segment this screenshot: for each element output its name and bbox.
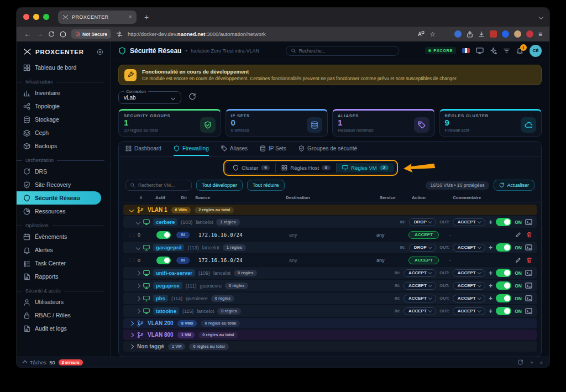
download-icon[interactable] bbox=[478, 31, 485, 38]
shield-badge-icon[interactable] bbox=[60, 31, 66, 38]
translate-icon[interactable] bbox=[417, 30, 424, 38]
add-rule-button[interactable]: + bbox=[489, 295, 492, 302]
add-rule-button[interactable]: + bbox=[489, 244, 492, 252]
vlan-group-row[interactable]: VLAN 800 1 VM 0 règles au total bbox=[123, 330, 537, 340]
global-search[interactable] bbox=[286, 46, 399, 56]
sidebar-item-rbac[interactable]: RBAC / Rôles bbox=[17, 309, 110, 322]
chevron-down-icon[interactable] bbox=[136, 219, 140, 224]
chevron-right-icon[interactable] bbox=[129, 321, 134, 325]
tab-ip-sets[interactable]: IP Sets bbox=[260, 142, 286, 156]
sidebar-item-utilisateurs[interactable]: Utilisateurs bbox=[17, 295, 110, 309]
sidebar-item-ceph[interactable]: Ceph bbox=[17, 126, 110, 139]
close-window-button[interactable] bbox=[23, 14, 29, 20]
split-view-icon[interactable] bbox=[116, 31, 123, 38]
policy-out-select[interactable]: ACCEPT bbox=[453, 282, 485, 290]
refresh-button[interactable]: Actualiser bbox=[494, 180, 534, 191]
firewall-toggle[interactable] bbox=[496, 269, 511, 277]
display-icon[interactable] bbox=[476, 47, 484, 55]
tab-aliases[interactable]: Aliases bbox=[221, 142, 248, 156]
sidebar-item-evenements[interactable]: Évènements bbox=[17, 230, 110, 243]
expand-all-button[interactable]: Tout développer bbox=[196, 180, 243, 191]
rule-enabled-toggle[interactable] bbox=[156, 257, 171, 264]
sidebar-item-inventaire[interactable]: Inventaire bbox=[17, 86, 110, 100]
drag-handle-icon[interactable]: ⋮⋮ bbox=[128, 232, 138, 237]
untagged-group-row[interactable]: Non taggé 1 VM 0 règles au total bbox=[123, 341, 537, 352]
chevron-down-icon[interactable] bbox=[136, 245, 140, 249]
rule-row[interactable]: ⋮⋮ 0 IN 172.16.16.0/24 any any ACCEPT - bbox=[123, 229, 537, 241]
vm-row[interactable]: unifi-os-server (109) lancelot 0 règles … bbox=[123, 267, 537, 279]
add-icon[interactable]: + bbox=[530, 360, 533, 365]
extension-blocker-icon[interactable] bbox=[526, 30, 533, 38]
not-secure-chip[interactable]: Not Secure bbox=[71, 29, 111, 39]
sidebar-item-topologie[interactable]: Topologie bbox=[17, 100, 110, 113]
drag-handle-icon[interactable]: ⋮⋮ bbox=[128, 258, 138, 263]
tab-overflow-icon[interactable] bbox=[539, 14, 543, 19]
policy-in-select[interactable]: DROP bbox=[409, 218, 437, 226]
extension-adguard-icon[interactable] bbox=[490, 30, 497, 38]
tab-firewalling[interactable]: Firewalling bbox=[174, 142, 209, 156]
sidebar-item-dashboard[interactable]: Tableau de bord bbox=[17, 61, 110, 74]
chevron-right-icon[interactable] bbox=[129, 344, 134, 348]
edit-pencil-icon[interactable] bbox=[515, 232, 521, 238]
sidebar-item-securite-reseau[interactable]: Sécurité Réseau bbox=[17, 191, 101, 205]
tab-dashboard[interactable]: Dashboard bbox=[125, 142, 161, 156]
vm-row[interactable]: pbs (114) guenievre 0 règles IN: ACCEPT … bbox=[123, 292, 537, 304]
reload-button[interactable] bbox=[48, 31, 55, 38]
sparkles-icon[interactable] bbox=[490, 47, 497, 54]
chevron-up-icon[interactable] bbox=[23, 360, 27, 364]
rule-row[interactable]: ⋮⋮ 0 IN 172.16.16.0/24 any any ACCEPT - bbox=[123, 254, 537, 266]
sidebar-collapse-icon[interactable] bbox=[97, 49, 103, 55]
user-avatar[interactable]: CÉ bbox=[530, 45, 542, 57]
rule-enabled-toggle[interactable] bbox=[156, 231, 171, 239]
sidebar-item-rapports[interactable]: Rapports bbox=[17, 270, 110, 283]
console-icon[interactable] bbox=[525, 307, 532, 315]
sidebar-item-site-recovery[interactable]: Site Recovery bbox=[17, 178, 110, 191]
notifications-button[interactable]: 1 bbox=[516, 47, 523, 54]
vm-row[interactable]: tatooine (115) lancelot 0 règles IN: ACC… bbox=[123, 305, 537, 317]
browser-menu-icon[interactable]: ≡ bbox=[538, 30, 542, 38]
firewall-toggle[interactable] bbox=[496, 294, 511, 302]
console-icon[interactable] bbox=[525, 295, 532, 302]
refresh-tasks-icon[interactable] bbox=[517, 359, 523, 365]
delete-trash-icon[interactable] bbox=[526, 232, 532, 238]
tab-groupes-securite[interactable]: Groupes de sécurité bbox=[298, 142, 357, 156]
add-rule-button[interactable]: + bbox=[489, 269, 492, 277]
new-tab-button[interactable]: + bbox=[144, 13, 149, 22]
connection-select[interactable]: Connexion vLab bbox=[118, 89, 181, 104]
sidebar-item-alertes[interactable]: Alertes bbox=[17, 243, 110, 257]
policy-in-select[interactable]: ACCEPT bbox=[403, 282, 436, 290]
chevron-right-icon[interactable] bbox=[136, 296, 140, 300]
add-rule-button[interactable]: + bbox=[489, 218, 492, 226]
edit-pencil-icon[interactable] bbox=[515, 257, 521, 263]
vm-search[interactable] bbox=[125, 180, 192, 191]
activity-list-icon[interactable] bbox=[503, 47, 510, 54]
console-icon[interactable] bbox=[525, 282, 532, 289]
delete-trash-icon[interactable] bbox=[526, 257, 532, 263]
url-bar[interactable]: http://docker-dev.dev.naoned.net:3000/au… bbox=[128, 31, 266, 37]
policy-out-select[interactable]: ACCEPT bbox=[453, 269, 485, 277]
tab-close-icon[interactable]: × bbox=[129, 14, 132, 20]
browser-tab[interactable]: PROXCENTER × bbox=[58, 11, 137, 24]
firewall-toggle[interactable] bbox=[496, 281, 511, 290]
console-icon[interactable] bbox=[525, 269, 532, 276]
chevron-down-icon[interactable] bbox=[129, 207, 134, 212]
collapse-all-button[interactable]: Tout réduire bbox=[247, 180, 285, 191]
minimize-window-button[interactable] bbox=[33, 14, 39, 20]
extension-globe-icon[interactable] bbox=[454, 30, 462, 38]
vlan-group-row[interactable]: VLAN 1 6 VMs 2 règles au total bbox=[123, 205, 537, 215]
add-rule-button[interactable]: + bbox=[489, 282, 492, 290]
policy-out-select[interactable]: ACCEPT bbox=[453, 307, 485, 315]
extension-avatar-icon[interactable] bbox=[514, 30, 521, 38]
share-icon[interactable] bbox=[467, 31, 473, 38]
policy-out-select[interactable]: ACCEPT bbox=[453, 218, 485, 226]
policy-in-select[interactable]: DROP bbox=[409, 244, 437, 252]
firewall-toggle[interactable] bbox=[496, 218, 511, 226]
firewall-toggle[interactable] bbox=[496, 243, 511, 252]
chevron-right-icon[interactable] bbox=[136, 283, 140, 288]
policy-in-select[interactable]: ACCEPT bbox=[403, 307, 436, 315]
language-flag-icon[interactable] bbox=[462, 48, 470, 53]
add-rule-button[interactable]: + bbox=[489, 307, 492, 315]
vm-search-input[interactable] bbox=[138, 182, 187, 188]
connection-refresh-icon[interactable] bbox=[188, 93, 196, 101]
extension-password-icon[interactable] bbox=[502, 30, 509, 38]
